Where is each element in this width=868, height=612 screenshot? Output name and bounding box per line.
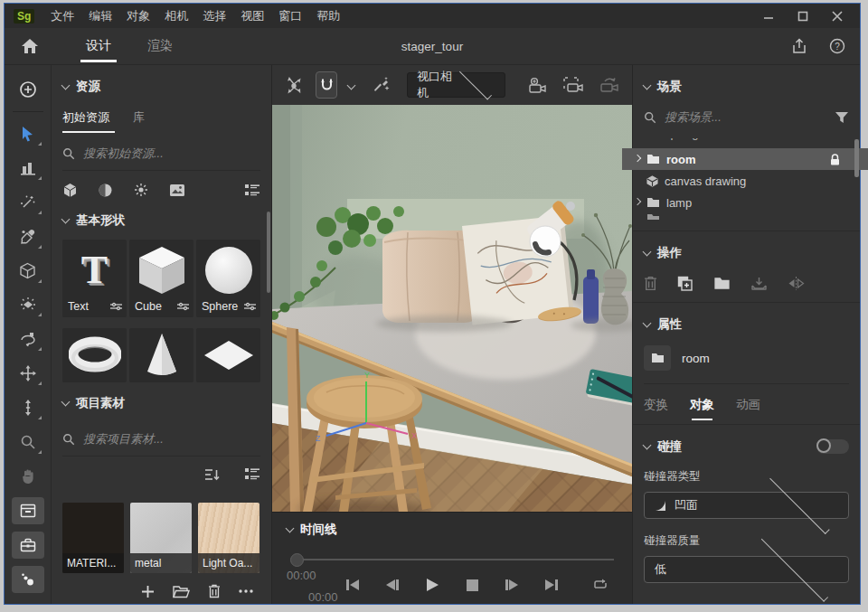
open-folder-button[interactable] xyxy=(173,585,190,598)
snap-options-chevron[interactable] xyxy=(347,80,356,89)
duplicate-object-button[interactable] xyxy=(677,276,693,291)
menu-help[interactable]: 帮助 xyxy=(309,8,347,24)
assets-section-header[interactable]: 资源 xyxy=(62,79,260,95)
help-icon[interactable]: ? xyxy=(829,38,845,54)
sort-icon[interactable] xyxy=(204,468,221,481)
shape-card-sphere[interactable]: Sphere xyxy=(196,240,260,317)
shape-settings-icon[interactable] xyxy=(244,302,256,311)
shape-card-text[interactable]: T Text xyxy=(62,240,127,317)
tab-library[interactable]: 库 xyxy=(133,109,145,126)
share-icon[interactable] xyxy=(791,38,807,54)
more-options-button[interactable] xyxy=(239,589,253,593)
group-folder-button[interactable] xyxy=(713,277,731,290)
tree-item-canvas-drawing[interactable]: canvas drawing xyxy=(622,170,868,192)
step-back-button[interactable] xyxy=(382,576,402,594)
menu-window[interactable]: 窗口 xyxy=(271,8,309,24)
tab-transform[interactable]: 变换 xyxy=(644,397,668,413)
scale-tool[interactable] xyxy=(12,392,44,423)
collision-toggle[interactable] xyxy=(816,439,849,454)
assets-scrollbar[interactable] xyxy=(267,212,270,293)
materials-search-field[interactable]: 搜索项目素材... xyxy=(62,431,260,457)
rotate-tool[interactable] xyxy=(12,324,44,354)
materials-section-header[interactable]: 项目素材 xyxy=(62,395,260,411)
material-card[interactable]: metal xyxy=(130,503,192,573)
shape-settings-icon[interactable] xyxy=(177,302,189,311)
tree-item-room[interactable]: room xyxy=(622,148,868,170)
collider-quality-dropdown[interactable]: 低 xyxy=(644,556,849,583)
chevron-right-icon[interactable] xyxy=(634,197,641,204)
scene-tree-scrollbar[interactable] xyxy=(854,139,859,177)
tree-item-spotlight[interactable]: spotlight xyxy=(622,138,868,148)
scene-section-header[interactable]: 场景 xyxy=(644,79,849,95)
add-camera-icon[interactable] xyxy=(527,77,547,93)
magic-placement-icon[interactable] xyxy=(373,76,391,94)
tab-object[interactable]: 对象 xyxy=(690,397,714,413)
camera-selector[interactable]: 视口相机 xyxy=(407,72,505,98)
pan-tool[interactable] xyxy=(12,461,44,492)
menu-select[interactable]: 选择 xyxy=(195,8,233,24)
list-view-icon[interactable] xyxy=(244,184,260,197)
tab-starter-assets[interactable]: 初始资源 xyxy=(62,109,109,126)
playhead-knob[interactable] xyxy=(290,553,304,567)
filter-funnel-icon[interactable] xyxy=(835,111,849,124)
skip-end-button[interactable] xyxy=(542,576,561,594)
play-button[interactable] xyxy=(422,576,442,594)
zoom-tool[interactable] xyxy=(12,427,44,457)
snap-magnet-button[interactable] xyxy=(316,71,337,99)
properties-section-header[interactable]: 属性 xyxy=(644,316,849,333)
tab-animation[interactable]: 动画 xyxy=(736,397,760,413)
library-panel-button[interactable] xyxy=(12,497,44,524)
magic-wand-tool[interactable] xyxy=(12,187,44,218)
material-card[interactable]: Light Oa... xyxy=(198,503,259,573)
delete-object-button xyxy=(644,276,657,291)
step-forward-button[interactable] xyxy=(502,576,522,594)
shapes-section-header[interactable]: 基本形状 xyxy=(62,212,260,229)
menu-edit[interactable]: 编辑 xyxy=(81,8,119,24)
filter-images-icon[interactable] xyxy=(169,184,185,197)
timeline-track[interactable] xyxy=(287,553,618,566)
particles-button[interactable] xyxy=(12,566,44,593)
collider-type-dropdown[interactable]: 凹面 xyxy=(644,492,849,519)
delete-material-button[interactable] xyxy=(208,584,221,598)
frame-camera-icon[interactable] xyxy=(563,77,583,93)
select-tool[interactable] xyxy=(12,118,44,149)
tree-item-lamp[interactable]: lamp xyxy=(622,192,868,213)
shape-card-cone[interactable] xyxy=(129,328,193,382)
menu-object[interactable]: 对象 xyxy=(119,8,157,24)
menu-camera[interactable]: 相机 xyxy=(157,8,195,24)
list-view-icon[interactable] xyxy=(244,467,260,481)
eyedropper-tool[interactable] xyxy=(12,221,44,252)
light-tool[interactable] xyxy=(12,290,44,321)
shape-card-plane[interactable] xyxy=(196,328,260,382)
close-button[interactable] xyxy=(826,8,849,24)
toolbox-button[interactable] xyxy=(12,532,44,559)
assets-search-field[interactable]: 搜索初始资源... xyxy=(62,146,260,171)
skip-start-button[interactable] xyxy=(343,576,363,594)
timeline-header[interactable]: 时间线 xyxy=(287,522,618,538)
actions-section-header[interactable]: 操作 xyxy=(644,245,849,261)
loop-toggle-icon[interactable] xyxy=(592,578,609,591)
add-asset-button[interactable] xyxy=(12,74,44,105)
shape-settings-icon[interactable] xyxy=(110,302,122,311)
filter-models-icon[interactable] xyxy=(62,183,78,198)
menu-view[interactable]: 视图 xyxy=(233,8,271,24)
add-material-button[interactable] xyxy=(141,585,155,598)
menu-file[interactable]: 文件 xyxy=(43,8,81,24)
filter-lights-icon[interactable] xyxy=(133,182,149,198)
arrange-tool[interactable] xyxy=(12,153,44,184)
material-card[interactable]: MATERI... xyxy=(62,503,124,573)
stop-button[interactable] xyxy=(462,576,482,594)
shape-card-cube[interactable]: Cube xyxy=(129,240,193,317)
move-tool[interactable] xyxy=(12,358,44,389)
chevron-right-icon[interactable] xyxy=(634,154,641,161)
minimize-button[interactable] xyxy=(757,8,780,24)
viewport-3d-scene[interactable]: Y Z X xyxy=(272,105,632,512)
maximize-button[interactable] xyxy=(791,8,815,24)
tree-item-clipped[interactable] xyxy=(622,213,868,220)
primitive-cube-tool[interactable] xyxy=(12,256,44,287)
shape-card-torus[interactable] xyxy=(62,328,127,382)
physics-scatter-icon[interactable] xyxy=(285,76,303,94)
lock-icon[interactable] xyxy=(830,154,840,165)
scene-search-field[interactable]: 搜索场景... xyxy=(644,109,849,135)
filter-materials-icon[interactable] xyxy=(98,183,113,198)
